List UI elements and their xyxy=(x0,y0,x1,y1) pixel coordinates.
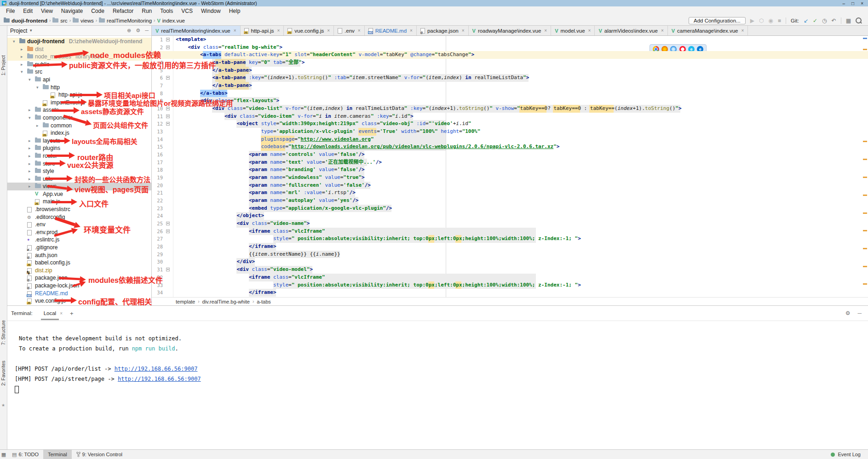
new-terminal-icon[interactable]: + xyxy=(70,310,74,317)
tab-close-icon[interactable]: × xyxy=(410,28,413,33)
chevron-collapsed-icon[interactable]: ▸ xyxy=(29,177,31,181)
search-icon[interactable] xyxy=(856,17,862,23)
menu-help[interactable]: Help xyxy=(225,8,245,14)
fold-icon[interactable] xyxy=(166,222,170,225)
menu-navigate[interactable]: Navigate xyxy=(57,8,87,14)
tab-close-icon[interactable]: × xyxy=(741,28,744,33)
code-editor[interactable]: 1<template>2 <div class="realTime bg-whi… xyxy=(152,36,868,297)
stripe-structure-label[interactable]: 7: Structure xyxy=(0,320,6,345)
chevron-expanded-icon[interactable]: ▾ xyxy=(29,115,31,120)
breadcrumb-item-realTimeMonitoring[interactable]: realTimeMonitoring xyxy=(99,18,152,23)
tab-close-icon[interactable]: × xyxy=(661,28,664,33)
breadcrumb-item-index-vue[interactable]: Vindex.vue xyxy=(157,18,185,23)
chevron-expanded-icon[interactable]: ▾ xyxy=(13,39,15,44)
close-icon[interactable]: × xyxy=(60,311,63,316)
terminal-text-link[interactable]: http://192.168.66.56:9007 xyxy=(118,376,201,382)
chevron-collapsed-icon[interactable]: ▸ xyxy=(36,123,39,128)
add-configuration-button[interactable]: Add Configuration... xyxy=(689,17,746,24)
statusbar-version-control[interactable]: 9: Version Control xyxy=(72,450,127,459)
chevron-collapsed-icon[interactable]: ▸ xyxy=(29,184,31,189)
tree-item-auth-json[interactable]: {}auth.json xyxy=(7,252,151,259)
menu-code[interactable]: Code xyxy=(87,8,109,14)
statusbar-todo[interactable]: ▤ 6: TODO xyxy=(7,450,43,459)
terminal-text-link[interactable]: http://192.168.66.56:9007 xyxy=(115,366,198,372)
event-log-label[interactable]: Event Log xyxy=(838,452,861,457)
stripe-project-label[interactable]: 1: Project xyxy=(0,55,6,75)
tree-item--eslintrc-js[interactable]: ●.eslintrc.js xyxy=(7,236,151,244)
tab-vue-config-js[interactable]: JSvue.config.js× xyxy=(284,26,334,35)
chevron-down-icon[interactable]: ▼ xyxy=(29,29,33,33)
tab-README-md[interactable]: MDREADME.md× xyxy=(365,26,417,35)
chevron-expanded-icon[interactable]: ▾ xyxy=(21,69,23,74)
hide-panel-icon[interactable]: ─ xyxy=(857,310,862,316)
chevron-collapsed-icon[interactable]: ▸ xyxy=(29,169,31,173)
tab-close-icon[interactable]: × xyxy=(588,28,591,33)
chevron-collapsed-icon[interactable]: ▸ xyxy=(21,47,23,52)
tab-cameraManage-index-vue[interactable]: VcameraManage\index.vue× xyxy=(668,26,748,35)
coverage-icon[interactable]: ◉ xyxy=(768,17,773,24)
hide-panel-icon[interactable]: ─ xyxy=(145,28,149,34)
breadcrumb-item-duoji-frontend[interactable]: duoji-frontend xyxy=(4,18,47,23)
tab-close-icon[interactable]: × xyxy=(327,28,330,33)
tree-item-api[interactable]: ▾api xyxy=(7,76,151,84)
menu-vcs[interactable]: VCS xyxy=(177,8,197,14)
menu-refactor[interactable]: Refactor xyxy=(109,8,138,14)
debug-icon[interactable]: ⬡ xyxy=(759,17,764,24)
git-update-icon[interactable]: ↙ xyxy=(804,17,808,24)
terminal-tab-local[interactable]: Local xyxy=(43,310,57,316)
rollback-icon[interactable]: ↶ xyxy=(832,17,836,24)
editor-breadcrumb-1[interactable]: div.realTime.bg-white xyxy=(202,299,250,304)
fold-icon[interactable] xyxy=(166,76,170,80)
chevron-collapsed-icon[interactable]: ▸ xyxy=(29,108,31,112)
tab-model-vue[interactable]: Vmodel.vue× xyxy=(551,26,595,35)
breadcrumb-item-src[interactable]: src xyxy=(52,18,67,23)
editor-breadcrumb-2[interactable]: a-tabs xyxy=(257,299,271,304)
tab-close-icon[interactable]: × xyxy=(277,28,280,33)
tab-alarmVideos-index-vue[interactable]: ValarmVideos\index.vue× xyxy=(595,26,667,35)
tab-package-json[interactable]: {}package.json× xyxy=(417,26,469,35)
gear-icon[interactable]: ⚙ xyxy=(845,310,851,316)
tab-roadwayManage-index-vue[interactable]: VroadwayManage\index.vue× xyxy=(469,26,552,35)
close-button[interactable]: × xyxy=(861,1,863,6)
minimize-button[interactable]: – xyxy=(843,1,845,6)
stripe-favorites-label[interactable]: 2: Favorites xyxy=(0,361,6,386)
chevron-collapsed-icon[interactable]: ▸ xyxy=(29,161,31,166)
chevron-collapsed-icon[interactable]: ▸ xyxy=(29,154,31,158)
menu-file[interactable]: File xyxy=(2,8,19,14)
tab-close-icon[interactable]: × xyxy=(462,28,465,33)
fold-icon[interactable] xyxy=(166,230,170,233)
statusbar-terminal[interactable]: Terminal xyxy=(43,450,72,459)
tree-item-dist-zip[interactable]: ▚dist.zip xyxy=(7,267,151,275)
tree-item-babel-config-js[interactable]: JSbabel.config.js xyxy=(7,259,151,267)
gear-icon[interactable]: ⚙ xyxy=(136,28,140,34)
menu-run[interactable]: Run xyxy=(138,8,156,14)
fold-icon[interactable] xyxy=(166,122,170,126)
fold-icon[interactable] xyxy=(166,38,170,41)
locate-icon[interactable]: ⊕ xyxy=(127,28,131,34)
favorites-star-icon[interactable]: ★ xyxy=(1,403,5,407)
git-commit-icon[interactable]: ✓ xyxy=(813,17,817,24)
project-panel-title[interactable]: Project xyxy=(10,28,27,34)
tab-close-icon[interactable]: × xyxy=(234,28,236,33)
chevron-expanded-icon[interactable]: ▾ xyxy=(29,77,31,82)
chevron-collapsed-icon[interactable]: ▸ xyxy=(21,54,23,59)
tab--env[interactable]: .env× xyxy=(334,26,365,35)
menu-tools[interactable]: Tools xyxy=(156,8,177,14)
tab-realTimeMonitoring-index-vue[interactable]: VrealTimeMonitoring\index.vue× xyxy=(152,26,241,35)
run-icon[interactable]: ▶ xyxy=(750,17,754,24)
editor-breadcrumb-0[interactable]: template xyxy=(176,299,195,304)
menu-edit[interactable]: Edit xyxy=(19,8,37,14)
menu-view[interactable]: View xyxy=(37,8,57,14)
fold-icon[interactable] xyxy=(166,46,170,49)
stop-icon[interactable]: ■ xyxy=(778,17,781,24)
maximize-button[interactable]: □ xyxy=(851,1,854,6)
tree-item--gitignore[interactable]: ⌀.gitignore xyxy=(7,244,151,252)
chevron-collapsed-icon[interactable]: ▸ xyxy=(29,146,31,150)
tool-windows-icon[interactable]: ▦ xyxy=(0,452,7,458)
tab-http-api-js[interactable]: JShttp-api.js× xyxy=(241,26,284,35)
chevron-collapsed-icon[interactable]: ▸ xyxy=(21,62,23,67)
tab-close-icon[interactable]: × xyxy=(544,28,547,33)
tab-close-icon[interactable]: × xyxy=(358,28,361,33)
fold-icon[interactable] xyxy=(166,268,170,271)
menu-window[interactable]: Window xyxy=(197,8,225,14)
